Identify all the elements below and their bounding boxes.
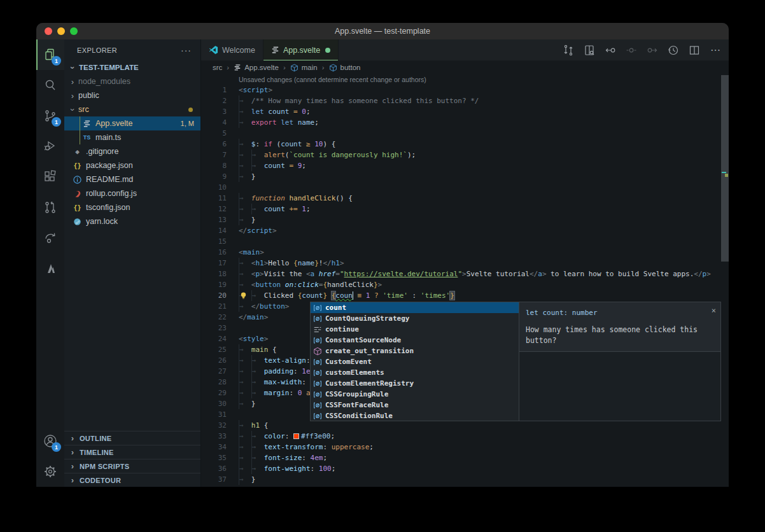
- code-line[interactable]: 8→→count = 9;: [201, 160, 729, 171]
- suggest-item-label: continue: [325, 324, 359, 335]
- line-number: 16: [201, 247, 227, 258]
- chevron-right-icon: ›: [69, 433, 76, 443]
- code-line[interactable]: 32→h1 {: [201, 420, 729, 431]
- editor-scrollbar[interactable]: [721, 74, 729, 487]
- activity-source-control[interactable]: 1: [36, 101, 64, 131]
- file-tree-item[interactable]: ◆.gitignore: [64, 144, 200, 158]
- more-actions-icon[interactable]: ⋯: [707, 42, 724, 59]
- code-line[interactable]: 37→}: [201, 474, 729, 485]
- sidebar-section-npm-scripts[interactable]: ›NPM SCRIPTS: [64, 459, 200, 473]
- code-line[interactable]: 3→let count = 0;: [201, 106, 729, 117]
- code-line[interactable]: 1<script>: [201, 85, 729, 95]
- code-line[interactable]: 13→}: [201, 214, 729, 225]
- close-button[interactable]: [45, 27, 52, 35]
- breadcrumb-button[interactable]: button: [329, 64, 361, 72]
- line-number: 37: [201, 474, 227, 485]
- suggest-item[interactable]: CSSConditionRule: [311, 410, 519, 421]
- file-history-icon[interactable]: [665, 42, 682, 59]
- scrollbar-thumb[interactable]: [721, 75, 729, 262]
- file-tree-item[interactable]: ›public: [64, 88, 200, 102]
- previous-change-icon[interactable]: [602, 42, 619, 59]
- suggest-item[interactable]: customElements: [311, 367, 519, 378]
- code-line[interactable]: 20→→Clicked {count} {coun ≡ 1 ? 'time' :…: [201, 290, 729, 301]
- code-line[interactable]: 33→→color: #ff3e00;: [201, 431, 729, 442]
- split-editor-icon[interactable]: [686, 42, 703, 59]
- problems-modified-badge: 1, M: [181, 120, 194, 127]
- tab-welcome[interactable]: Welcome: [201, 39, 263, 60]
- code-line[interactable]: 18→<p>Visit the <a href="https://svelte.…: [201, 269, 729, 279]
- vscode-logo-icon: [209, 45, 218, 55]
- minimize-button[interactable]: [57, 27, 65, 35]
- code-line[interactable]: 14</script>: [201, 225, 729, 236]
- activity-live-share[interactable]: [36, 223, 64, 253]
- suggest-item[interactable]: continue: [311, 324, 519, 335]
- rollup-file-icon: [74, 190, 81, 198]
- code-line[interactable]: 5: [201, 128, 729, 139]
- code-line[interactable]: 10: [201, 182, 729, 193]
- sidebar-section-codetour[interactable]: ›CODETOUR: [64, 473, 200, 487]
- code-line[interactable]: 9→}: [201, 171, 729, 182]
- workspace-root-header[interactable]: › TEST-TEMPLATE: [64, 60, 200, 74]
- code-line[interactable]: 11→function handleClick() {: [201, 193, 729, 204]
- code-line[interactable]: 17→<h1>Hello {name}!</h1>: [201, 258, 729, 269]
- file-tree-item[interactable]: yarn.lock: [64, 214, 200, 228]
- next-change-icon[interactable]: [644, 42, 661, 59]
- file-tree-item[interactable]: rollup.config.js: [64, 186, 200, 200]
- zoom-button[interactable]: [70, 27, 78, 35]
- line-number: 2: [201, 95, 227, 106]
- sidebar-section-timeline[interactable]: ›TIMELINE: [64, 445, 200, 459]
- activity-account[interactable]: 1: [36, 426, 64, 456]
- activity-run-debug[interactable]: [36, 131, 64, 162]
- suggest-item[interactable]: create_out_transition: [311, 346, 519, 356]
- line-number: 27: [201, 366, 227, 377]
- file-label: node_modules: [78, 77, 130, 86]
- code-line[interactable]: 4→export let name;: [201, 117, 729, 128]
- file-tree-item[interactable]: ›src: [64, 102, 200, 116]
- code-line[interactable]: 12→→count += 1;: [201, 204, 729, 214]
- code-editor[interactable]: Unsaved changes (cannot determine recent…: [201, 74, 729, 487]
- code-line[interactable]: 36→→font-weight: 100;: [201, 463, 729, 474]
- gitlens-compare-icon[interactable]: [560, 42, 577, 59]
- sidebar-section-outline[interactable]: ›OUTLINE: [64, 431, 200, 445]
- sidebar-more-actions[interactable]: ···: [181, 45, 192, 55]
- suggest-item[interactable]: CSSFontFaceRule: [311, 400, 519, 410]
- sidebar-explorer: EXPLORER ··· › TEST-TEMPLATE ›node_modul…: [64, 39, 201, 487]
- close-icon[interactable]: ×: [712, 305, 716, 316]
- suggest-item[interactable]: count: [311, 302, 519, 313]
- suggest-item[interactable]: CustomEvent: [311, 356, 519, 367]
- code-line[interactable]: 35→→font-size: 4em;: [201, 452, 729, 463]
- activity-github-pr[interactable]: [36, 192, 64, 223]
- activity-azure[interactable]: [36, 253, 64, 284]
- activity-extensions[interactable]: [36, 162, 64, 192]
- code-line[interactable]: 7→→alert(`count is dangerously high!`);: [201, 150, 729, 160]
- activity-settings[interactable]: [36, 456, 64, 487]
- suggest-item[interactable]: ConstantSourceNode: [311, 335, 519, 346]
- code-line[interactable]: 15: [201, 236, 729, 247]
- current-change-icon[interactable]: [623, 42, 640, 59]
- file-tree-item[interactable]: App.svelte1, M: [64, 116, 200, 130]
- code-line[interactable]: 19→<button on:click={handleClick}>: [201, 279, 729, 290]
- suggest-item[interactable]: CountQueuingStrategy: [311, 313, 519, 324]
- file-tree-item[interactable]: README.md: [64, 172, 200, 186]
- code-line[interactable]: 2→/** How many times has someone clicked…: [201, 95, 729, 106]
- file-tree-item[interactable]: {}package.json: [64, 158, 200, 172]
- code-line[interactable]: 16<main>: [201, 247, 729, 258]
- code-line[interactable]: 6→$: if (count ≥ 10) {: [201, 139, 729, 150]
- chevron-right-icon: ›: [69, 91, 76, 101]
- breadcrumb-file[interactable]: App.svelte: [234, 64, 279, 71]
- file-tree-item[interactable]: TSmain.ts: [64, 130, 200, 144]
- breadcrumb-main[interactable]: main: [290, 64, 318, 72]
- breadcrumb-src[interactable]: src: [213, 64, 222, 71]
- suggest-item[interactable]: CSSGroupingRule: [311, 389, 519, 400]
- suggest-item[interactable]: CustomElementRegistry: [311, 378, 519, 389]
- activity-search[interactable]: [36, 70, 64, 101]
- tab-app-svelte[interactable]: App.svelte: [263, 39, 339, 60]
- activity-explorer[interactable]: 1: [36, 39, 64, 70]
- file-tree-item[interactable]: {}tsconfig.json: [64, 200, 200, 214]
- gear-icon: [43, 464, 58, 479]
- open-changes-icon[interactable]: [581, 42, 598, 59]
- line-number: 14: [201, 225, 227, 236]
- code-line[interactable]: 34→→text-transform: uppercase;: [201, 442, 729, 452]
- lightbulb-icon[interactable]: [239, 291, 248, 300]
- file-tree-item[interactable]: ›node_modules: [64, 74, 200, 88]
